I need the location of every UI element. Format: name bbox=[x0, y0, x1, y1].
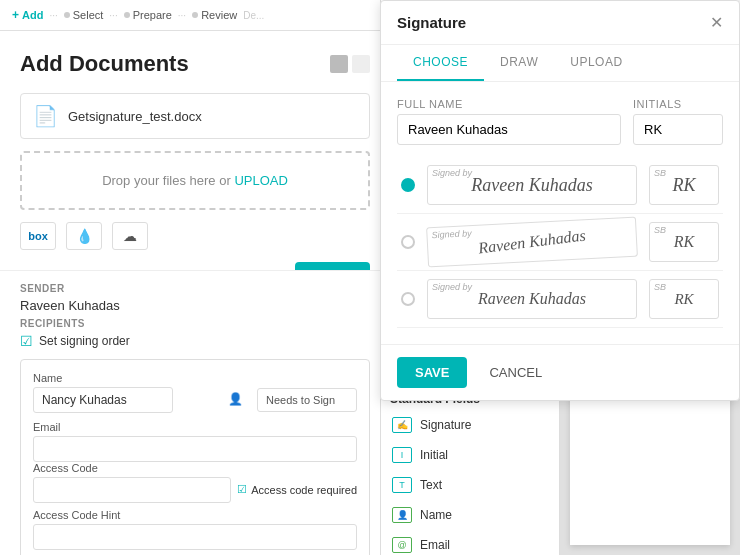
recipients-section: RECIPIENTS ☑ Set signing order Name 👤 Ne… bbox=[0, 310, 390, 555]
initial-icon: I bbox=[392, 447, 412, 463]
view-toggle[interactable] bbox=[330, 55, 370, 73]
dropbox-icon[interactable]: 💧 bbox=[66, 222, 102, 250]
sig-preview-3[interactable]: Signed by Raveen Kuhadas bbox=[427, 279, 637, 319]
tab-upload[interactable]: UPLOAD bbox=[554, 45, 638, 81]
modal-header: Signature ✕ bbox=[381, 1, 739, 45]
list-view-icon[interactable] bbox=[330, 55, 348, 73]
access-code-input[interactable] bbox=[33, 477, 231, 503]
step-prepare[interactable]: Prepare bbox=[124, 9, 172, 21]
sig-initials-1[interactable]: SB RK bbox=[649, 165, 719, 205]
initials-field: INITIALS bbox=[633, 98, 723, 145]
field-name[interactable]: 👤 Name bbox=[380, 500, 559, 530]
cloud-icons: box 💧 ☁ bbox=[20, 222, 370, 250]
full-name-field: FULL NAME bbox=[397, 98, 621, 145]
name-input[interactable] bbox=[33, 387, 173, 413]
step-select[interactable]: Select bbox=[64, 9, 104, 21]
recipient-card: Name 👤 Needs to Sign Email Access Code bbox=[20, 359, 370, 555]
signature-options: Signed by Raveen Kuhadas SB RK Signed by… bbox=[397, 157, 723, 328]
field-email[interactable]: @ Email bbox=[380, 530, 559, 555]
person-icon: 👤 bbox=[228, 392, 243, 406]
modal-footer: SAVE CANCEL bbox=[381, 344, 739, 400]
tab-choose[interactable]: CHOOSE bbox=[397, 45, 484, 81]
hint-field-wrap: Access Code Hint Enter a code that only … bbox=[33, 509, 357, 555]
left-panel: + Add ··· Select ··· Prepare ··· Review … bbox=[0, 0, 390, 555]
name-initials-row: FULL NAME INITIALS bbox=[397, 98, 723, 145]
sig-radio-3[interactable] bbox=[401, 292, 415, 306]
field-text[interactable]: T Text bbox=[380, 470, 559, 500]
sig-initials-2[interactable]: SB RK bbox=[649, 222, 719, 262]
sig-option-1[interactable]: Signed by Raveen Kuhadas SB RK bbox=[397, 157, 723, 214]
email-field-wrap: Email bbox=[33, 421, 357, 462]
text-icon: T bbox=[392, 477, 412, 493]
field-signature[interactable]: ✍ Signature bbox=[380, 410, 559, 440]
signing-order-checkbox[interactable]: ☑ bbox=[20, 333, 33, 349]
step-add[interactable]: + Add bbox=[12, 8, 43, 22]
recipient-name-row: Name 👤 Needs to Sign bbox=[33, 372, 357, 413]
upload-link[interactable]: UPLOAD bbox=[234, 173, 287, 188]
access-code-row: Access Code ☑ Access code required bbox=[33, 462, 357, 503]
drop-zone[interactable]: Drop your files here or UPLOAD bbox=[20, 151, 370, 210]
initials-input[interactable] bbox=[633, 114, 723, 145]
signature-icon: ✍ bbox=[392, 417, 412, 433]
progress-bar: + Add ··· Select ··· Prepare ··· Review … bbox=[0, 0, 390, 31]
sig-radio-1[interactable] bbox=[401, 178, 415, 192]
modal-close-button[interactable]: ✕ bbox=[710, 13, 723, 32]
save-button[interactable]: SAVE bbox=[397, 357, 467, 388]
signing-order[interactable]: ☑ Set signing order bbox=[20, 333, 370, 349]
sig-initials-3[interactable]: SB RK bbox=[649, 279, 719, 319]
email-icon: @ bbox=[392, 537, 412, 553]
role-select[interactable]: Needs to Sign bbox=[257, 388, 357, 412]
name-field-wrap: Name 👤 bbox=[33, 372, 249, 413]
signature-modal: Signature ✕ CHOOSE DRAW UPLOAD FULL NAME… bbox=[380, 0, 740, 401]
role-field: Needs to Sign bbox=[257, 373, 357, 412]
add-docs-section: Add Documents 📄 Getsignature_test.docx D… bbox=[0, 31, 390, 282]
tab-draw[interactable]: DRAW bbox=[484, 45, 554, 81]
page-title: Add Documents bbox=[20, 51, 370, 77]
file-icon: 📄 bbox=[33, 104, 58, 128]
access-code-required[interactable]: ☑ Access code required bbox=[237, 483, 357, 496]
email-input[interactable] bbox=[33, 436, 357, 462]
grid-view-icon[interactable] bbox=[352, 55, 370, 73]
step-review[interactable]: Review bbox=[192, 9, 237, 21]
box-icon[interactable]: box bbox=[20, 222, 56, 250]
hint-input[interactable] bbox=[33, 524, 357, 550]
sig-preview-1[interactable]: Signed by Raveen Kuhadas bbox=[427, 165, 637, 205]
sig-preview-2[interactable]: Signed by Raveen Kuhadas bbox=[426, 217, 638, 268]
google-drive-icon[interactable]: ☁ bbox=[112, 222, 148, 250]
cancel-button[interactable]: CANCEL bbox=[477, 357, 554, 388]
full-name-input[interactable] bbox=[397, 114, 621, 145]
sig-option-2[interactable]: Signed by Raveen Kuhadas SB RK bbox=[397, 214, 723, 271]
name-icon: 👤 bbox=[392, 507, 412, 523]
sig-option-3[interactable]: Signed by Raveen Kuhadas SB RK bbox=[397, 271, 723, 328]
field-initial[interactable]: I Initial bbox=[380, 440, 559, 470]
modal-tabs: CHOOSE DRAW UPLOAD bbox=[381, 45, 739, 82]
access-code-field: Access Code bbox=[33, 462, 231, 503]
sig-radio-2[interactable] bbox=[401, 235, 415, 249]
file-item[interactable]: 📄 Getsignature_test.docx bbox=[20, 93, 370, 139]
modal-body: FULL NAME INITIALS Signed by Raveen Kuha… bbox=[381, 82, 739, 344]
